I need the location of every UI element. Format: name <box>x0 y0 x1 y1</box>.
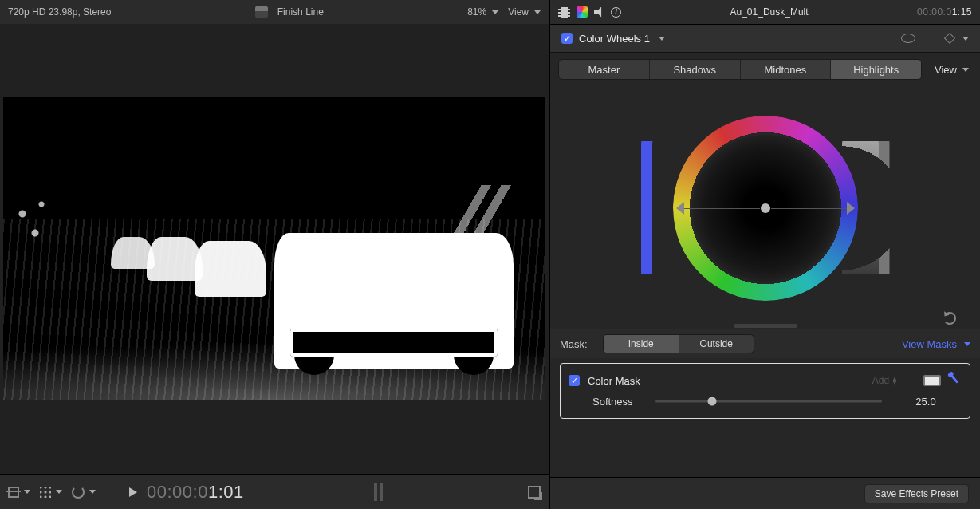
color-swatch[interactable] <box>923 375 941 386</box>
keyframe-icon[interactable] <box>944 33 955 44</box>
viewer-pane: 720p HD 23.98p, Stereo Finish Line 81% V… <box>0 0 550 509</box>
play-button[interactable] <box>129 487 137 497</box>
chevron-down-icon <box>492 10 498 14</box>
retime-dropdown[interactable] <box>72 486 96 499</box>
scroll-indicator[interactable] <box>734 324 797 328</box>
inspector-footer: Save Effects Preset <box>550 477 980 509</box>
color-inspector-icon[interactable] <box>577 6 588 18</box>
softness-value[interactable]: 25.0 <box>890 396 962 408</box>
effect-enable-checkbox[interactable]: ✓ <box>561 33 573 44</box>
tab-shadows[interactable]: Shadows <box>650 60 741 79</box>
tab-highlights[interactable]: Highlights <box>831 60 921 79</box>
color-wheel-puck[interactable] <box>761 203 770 213</box>
audio-skimming-icon[interactable] <box>374 483 398 501</box>
wheel-nudge-left-icon[interactable] <box>676 202 684 215</box>
clip-title: Finish Line <box>277 6 324 18</box>
transform-dropdown[interactable] <box>8 487 30 498</box>
color-wheel[interactable] <box>662 105 869 312</box>
mask-row: Mask: Inside Outside View Masks <box>550 329 980 358</box>
inspector-view-dropdown[interactable]: View <box>930 64 980 76</box>
wheel-tabs: Master Shadows Midtones Highlights <box>558 59 922 80</box>
add-mask-dropdown[interactable]: Add ▲▼ <box>872 375 898 386</box>
inspector-header: i Au_01_Dusk_Mult 00:00:01:15 <box>550 0 980 24</box>
viewer-timecode[interactable]: 00:00:01:01 <box>147 482 244 503</box>
color-mask-title: Color Mask <box>588 375 864 387</box>
viewer-footer: 00:00:01:01 <box>0 474 549 509</box>
color-mask-panel: ✓ Color Mask Add ▲▼ Softness 25.0 <box>560 363 970 419</box>
effect-name[interactable]: Color Wheels 1 <box>579 33 650 45</box>
format-label: 720p HD 23.98p, Stereo <box>8 6 111 18</box>
wheel-nudge-right-icon[interactable] <box>847 202 855 215</box>
fullscreen-button[interactable] <box>528 486 541 499</box>
softness-label: Softness <box>588 396 647 408</box>
chevron-down-icon[interactable] <box>962 37 969 41</box>
inspector-timecode: 00:00:01:15 <box>917 6 972 18</box>
clapboard-icon <box>255 6 268 18</box>
video-inspector-icon[interactable] <box>558 7 570 18</box>
viewer-canvas[interactable] <box>0 24 549 474</box>
shape-mask-icon[interactable] <box>901 34 915 43</box>
effect-row: ✓ Color Wheels 1 <box>550 24 980 53</box>
viewer-header: 720p HD 23.98p, Stereo Finish Line 81% V… <box>0 0 549 24</box>
eyedropper-icon[interactable] <box>947 372 965 390</box>
audio-inspector-icon[interactable] <box>594 7 604 18</box>
video-frame <box>3 97 545 400</box>
inspector-pane: i Au_01_Dusk_Mult 00:00:01:15 ✓ Color Wh… <box>550 0 980 509</box>
mask-segmented: Inside Outside <box>603 334 754 353</box>
viewer-view-dropdown[interactable]: View <box>508 6 541 18</box>
reset-button[interactable] <box>943 312 956 325</box>
mask-label: Mask: <box>560 338 595 350</box>
mask-inside[interactable]: Inside <box>604 335 679 353</box>
info-inspector-icon[interactable]: i <box>611 7 621 18</box>
zoom-dropdown[interactable]: 81% <box>467 6 498 18</box>
tab-midtones[interactable]: Midtones <box>741 60 832 79</box>
tab-master[interactable]: Master <box>559 60 650 79</box>
color-wheel-area <box>550 86 980 329</box>
save-effects-preset-button[interactable]: Save Effects Preset <box>864 484 969 503</box>
inspector-clip-name: Au_01_Dusk_Mult <box>629 6 909 18</box>
mask-outside[interactable]: Outside <box>679 335 754 353</box>
color-mask-checkbox[interactable]: ✓ <box>569 375 580 386</box>
chevron-down-icon[interactable] <box>659 37 665 41</box>
softness-slider[interactable] <box>655 394 882 408</box>
view-masks-dropdown[interactable]: View Masks <box>902 338 970 350</box>
chevron-down-icon <box>534 10 541 14</box>
enhance-dropdown[interactable] <box>40 487 62 498</box>
